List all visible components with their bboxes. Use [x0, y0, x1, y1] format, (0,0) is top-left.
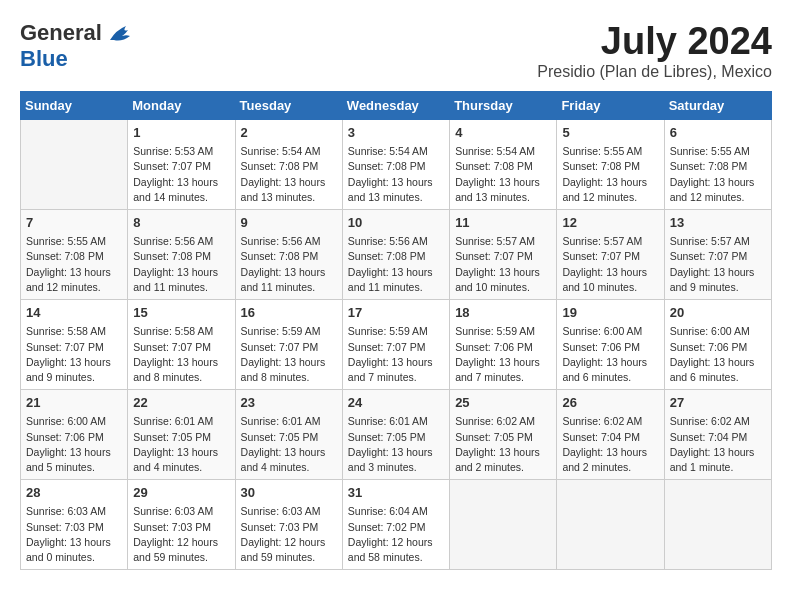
day-cell: 11Sunrise: 5:57 AM Sunset: 7:07 PM Dayli…	[450, 210, 557, 300]
day-cell: 30Sunrise: 6:03 AM Sunset: 7:03 PM Dayli…	[235, 480, 342, 570]
day-number: 26	[562, 394, 658, 412]
day-number: 18	[455, 304, 551, 322]
day-cell: 21Sunrise: 6:00 AM Sunset: 7:06 PM Dayli…	[21, 390, 128, 480]
day-number: 23	[241, 394, 337, 412]
week-row-5: 28Sunrise: 6:03 AM Sunset: 7:03 PM Dayli…	[21, 480, 772, 570]
day-info: Sunrise: 6:01 AM Sunset: 7:05 PM Dayligh…	[241, 414, 337, 475]
day-info: Sunrise: 5:54 AM Sunset: 7:08 PM Dayligh…	[455, 144, 551, 205]
day-number: 21	[26, 394, 122, 412]
day-info: Sunrise: 5:56 AM Sunset: 7:08 PM Dayligh…	[348, 234, 444, 295]
day-number: 22	[133, 394, 229, 412]
day-cell: 9Sunrise: 5:56 AM Sunset: 7:08 PM Daylig…	[235, 210, 342, 300]
day-cell: 8Sunrise: 5:56 AM Sunset: 7:08 PM Daylig…	[128, 210, 235, 300]
day-info: Sunrise: 6:01 AM Sunset: 7:05 PM Dayligh…	[133, 414, 229, 475]
day-info: Sunrise: 6:01 AM Sunset: 7:05 PM Dayligh…	[348, 414, 444, 475]
day-cell: 1Sunrise: 5:53 AM Sunset: 7:07 PM Daylig…	[128, 120, 235, 210]
day-number: 2	[241, 124, 337, 142]
week-row-3: 14Sunrise: 5:58 AM Sunset: 7:07 PM Dayli…	[21, 300, 772, 390]
day-number: 3	[348, 124, 444, 142]
day-number: 19	[562, 304, 658, 322]
day-cell: 22Sunrise: 6:01 AM Sunset: 7:05 PM Dayli…	[128, 390, 235, 480]
day-cell: 26Sunrise: 6:02 AM Sunset: 7:04 PM Dayli…	[557, 390, 664, 480]
day-info: Sunrise: 6:00 AM Sunset: 7:06 PM Dayligh…	[26, 414, 122, 475]
day-cell: 19Sunrise: 6:00 AM Sunset: 7:06 PM Dayli…	[557, 300, 664, 390]
day-number: 27	[670, 394, 766, 412]
day-info: Sunrise: 5:54 AM Sunset: 7:08 PM Dayligh…	[348, 144, 444, 205]
day-info: Sunrise: 5:55 AM Sunset: 7:08 PM Dayligh…	[26, 234, 122, 295]
day-number: 8	[133, 214, 229, 232]
day-number: 9	[241, 214, 337, 232]
day-info: Sunrise: 6:00 AM Sunset: 7:06 PM Dayligh…	[562, 324, 658, 385]
day-info: Sunrise: 5:54 AM Sunset: 7:08 PM Dayligh…	[241, 144, 337, 205]
week-row-1: 1Sunrise: 5:53 AM Sunset: 7:07 PM Daylig…	[21, 120, 772, 210]
day-number: 30	[241, 484, 337, 502]
day-number: 20	[670, 304, 766, 322]
day-cell: 27Sunrise: 6:02 AM Sunset: 7:04 PM Dayli…	[664, 390, 771, 480]
day-cell	[664, 480, 771, 570]
day-cell: 3Sunrise: 5:54 AM Sunset: 7:08 PM Daylig…	[342, 120, 449, 210]
day-cell: 23Sunrise: 6:01 AM Sunset: 7:05 PM Dayli…	[235, 390, 342, 480]
day-info: Sunrise: 6:02 AM Sunset: 7:04 PM Dayligh…	[670, 414, 766, 475]
day-info: Sunrise: 6:03 AM Sunset: 7:03 PM Dayligh…	[26, 504, 122, 565]
day-number: 11	[455, 214, 551, 232]
day-cell: 20Sunrise: 6:00 AM Sunset: 7:06 PM Dayli…	[664, 300, 771, 390]
day-info: Sunrise: 5:59 AM Sunset: 7:07 PM Dayligh…	[241, 324, 337, 385]
day-number: 28	[26, 484, 122, 502]
header-thursday: Thursday	[450, 92, 557, 120]
day-info: Sunrise: 6:03 AM Sunset: 7:03 PM Dayligh…	[241, 504, 337, 565]
logo-bird-icon	[106, 22, 134, 44]
day-cell: 24Sunrise: 6:01 AM Sunset: 7:05 PM Dayli…	[342, 390, 449, 480]
day-cell	[557, 480, 664, 570]
day-info: Sunrise: 6:00 AM Sunset: 7:06 PM Dayligh…	[670, 324, 766, 385]
day-info: Sunrise: 5:57 AM Sunset: 7:07 PM Dayligh…	[455, 234, 551, 295]
day-info: Sunrise: 6:04 AM Sunset: 7:02 PM Dayligh…	[348, 504, 444, 565]
day-cell: 31Sunrise: 6:04 AM Sunset: 7:02 PM Dayli…	[342, 480, 449, 570]
header-friday: Friday	[557, 92, 664, 120]
day-info: Sunrise: 5:59 AM Sunset: 7:07 PM Dayligh…	[348, 324, 444, 385]
day-number: 17	[348, 304, 444, 322]
day-info: Sunrise: 6:02 AM Sunset: 7:04 PM Dayligh…	[562, 414, 658, 475]
day-info: Sunrise: 5:55 AM Sunset: 7:08 PM Dayligh…	[562, 144, 658, 205]
day-info: Sunrise: 5:53 AM Sunset: 7:07 PM Dayligh…	[133, 144, 229, 205]
day-info: Sunrise: 5:58 AM Sunset: 7:07 PM Dayligh…	[133, 324, 229, 385]
title-area: July 2024 Presidio (Plan de Libres), Mex…	[537, 20, 772, 81]
day-number: 15	[133, 304, 229, 322]
day-cell: 12Sunrise: 5:57 AM Sunset: 7:07 PM Dayli…	[557, 210, 664, 300]
day-cell	[450, 480, 557, 570]
day-cell: 15Sunrise: 5:58 AM Sunset: 7:07 PM Dayli…	[128, 300, 235, 390]
header-saturday: Saturday	[664, 92, 771, 120]
location-title: Presidio (Plan de Libres), Mexico	[537, 63, 772, 81]
day-cell: 4Sunrise: 5:54 AM Sunset: 7:08 PM Daylig…	[450, 120, 557, 210]
day-cell: 29Sunrise: 6:03 AM Sunset: 7:03 PM Dayli…	[128, 480, 235, 570]
day-info: Sunrise: 5:57 AM Sunset: 7:07 PM Dayligh…	[670, 234, 766, 295]
header-wednesday: Wednesday	[342, 92, 449, 120]
day-number: 12	[562, 214, 658, 232]
day-number: 16	[241, 304, 337, 322]
day-number: 13	[670, 214, 766, 232]
day-info: Sunrise: 5:56 AM Sunset: 7:08 PM Dayligh…	[241, 234, 337, 295]
day-number: 10	[348, 214, 444, 232]
day-cell	[21, 120, 128, 210]
day-info: Sunrise: 5:57 AM Sunset: 7:07 PM Dayligh…	[562, 234, 658, 295]
day-cell: 25Sunrise: 6:02 AM Sunset: 7:05 PM Dayli…	[450, 390, 557, 480]
header-sunday: Sunday	[21, 92, 128, 120]
day-number: 31	[348, 484, 444, 502]
day-info: Sunrise: 5:59 AM Sunset: 7:06 PM Dayligh…	[455, 324, 551, 385]
day-number: 29	[133, 484, 229, 502]
day-cell: 7Sunrise: 5:55 AM Sunset: 7:08 PM Daylig…	[21, 210, 128, 300]
day-number: 6	[670, 124, 766, 142]
day-number: 7	[26, 214, 122, 232]
day-cell: 13Sunrise: 5:57 AM Sunset: 7:07 PM Dayli…	[664, 210, 771, 300]
day-number: 4	[455, 124, 551, 142]
logo-general-text: General	[20, 20, 102, 46]
day-cell: 16Sunrise: 5:59 AM Sunset: 7:07 PM Dayli…	[235, 300, 342, 390]
day-number: 25	[455, 394, 551, 412]
day-cell: 28Sunrise: 6:03 AM Sunset: 7:03 PM Dayli…	[21, 480, 128, 570]
day-info: Sunrise: 5:55 AM Sunset: 7:08 PM Dayligh…	[670, 144, 766, 205]
header-monday: Monday	[128, 92, 235, 120]
day-info: Sunrise: 6:03 AM Sunset: 7:03 PM Dayligh…	[133, 504, 229, 565]
logo-blue-text: Blue	[20, 46, 68, 72]
day-info: Sunrise: 5:58 AM Sunset: 7:07 PM Dayligh…	[26, 324, 122, 385]
day-cell: 18Sunrise: 5:59 AM Sunset: 7:06 PM Dayli…	[450, 300, 557, 390]
day-info: Sunrise: 6:02 AM Sunset: 7:05 PM Dayligh…	[455, 414, 551, 475]
